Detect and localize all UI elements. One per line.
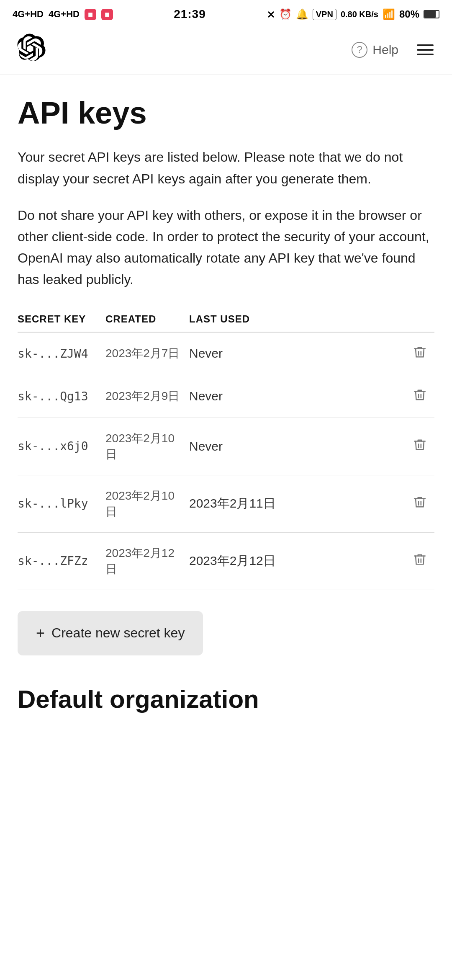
default-org-title: Default organization xyxy=(18,681,434,714)
created-cell: 2023年2月10日 xyxy=(105,418,189,475)
create-button-label: Create new secret key xyxy=(51,625,185,641)
hamburger-line-1 xyxy=(417,44,434,46)
delete-key-button[interactable] xyxy=(413,552,427,568)
table-row: sk-...ZJW42023年2月7日Never xyxy=(18,332,434,375)
page-title: API keys xyxy=(18,96,434,130)
key-cell: sk-...ZFZz xyxy=(18,532,105,590)
last-used-cell: Never xyxy=(189,332,409,375)
nav-bar: ? Help xyxy=(0,25,452,75)
table-row: sk-...Qg132023年2月9日Never xyxy=(18,375,434,418)
status-left: 4G+HD 4G+HD ■ ■ xyxy=(13,9,113,20)
help-label: Help xyxy=(372,43,398,57)
help-circle-icon: ? xyxy=(352,42,367,58)
table-row: sk-...ZFZz2023年2月12日2023年2月12日 xyxy=(18,532,434,590)
action-cell xyxy=(409,532,434,590)
delete-key-button[interactable] xyxy=(413,438,427,453)
table-row: sk-...x6j02023年2月10日Never xyxy=(18,418,434,475)
col-header-created: CREATED xyxy=(105,306,189,332)
table-body: sk-...ZJW42023年2月7日Never sk-...Qg132023年… xyxy=(18,332,434,590)
vpn-badge: VPN xyxy=(313,9,336,20)
speed-indicator: 0.80 KB/s xyxy=(341,10,378,19)
action-cell xyxy=(409,475,434,532)
table-header: SECRET KEY CREATED LAST USED xyxy=(18,306,434,332)
key-cell: sk-...ZJW4 xyxy=(18,332,105,375)
trash-icon xyxy=(413,552,427,567)
status-right: ⨯ ⏰ 🔔 VPN 0.80 KB/s 📶 80% xyxy=(267,8,439,20)
bluetooth-icon: ⨯ xyxy=(267,8,275,20)
created-cell: 2023年2月9日 xyxy=(105,375,189,418)
description-2: Do not share your API key with others, o… xyxy=(18,205,434,291)
key-cell: sk-...Qg13 xyxy=(18,375,105,418)
signal-2: 4G+HD xyxy=(49,9,80,20)
key-cell: sk-...x6j0 xyxy=(18,418,105,475)
status-time: 21:39 xyxy=(174,8,206,21)
status-bar: 4G+HD 4G+HD ■ ■ 21:39 ⨯ ⏰ 🔔 VPN 0.80 KB/… xyxy=(0,0,452,25)
key-cell: sk-...lPky xyxy=(18,475,105,532)
delete-key-button[interactable] xyxy=(413,495,427,511)
hamburger-menu[interactable] xyxy=(415,43,435,57)
col-header-action xyxy=(409,306,434,332)
created-cell: 2023年2月12日 xyxy=(105,532,189,590)
alarm-icon: ⏰ xyxy=(279,8,292,20)
created-cell: 2023年2月7日 xyxy=(105,332,189,375)
battery-level: 80% xyxy=(399,8,419,20)
action-cell xyxy=(409,418,434,475)
last-used-cell: 2023年2月11日 xyxy=(189,475,409,532)
trash-icon xyxy=(413,438,427,452)
plus-icon: + xyxy=(36,624,45,642)
api-keys-table: SECRET KEY CREATED LAST USED sk-...ZJW42… xyxy=(18,306,434,590)
action-cell xyxy=(409,375,434,418)
wifi-icon: 📶 xyxy=(383,8,395,20)
trash-icon xyxy=(413,495,427,509)
delete-key-button[interactable] xyxy=(413,388,427,403)
trash-icon xyxy=(413,345,427,359)
carrier-logo-2: ■ xyxy=(101,9,113,20)
table-row: sk-...lPky2023年2月10日2023年2月11日 xyxy=(18,475,434,532)
last-used-cell: Never xyxy=(189,375,409,418)
help-button[interactable]: ? Help xyxy=(352,42,398,58)
delete-key-button[interactable] xyxy=(413,345,427,361)
description-1: Your secret API keys are listed below. P… xyxy=(18,147,434,189)
nav-right: ? Help xyxy=(352,42,435,58)
create-secret-key-button[interactable]: + Create new secret key xyxy=(18,611,203,655)
action-cell xyxy=(409,332,434,375)
last-used-cell: Never xyxy=(189,418,409,475)
notification-icon: 🔔 xyxy=(296,8,308,20)
signal-1: 4G+HD xyxy=(13,9,44,20)
created-cell: 2023年2月10日 xyxy=(105,475,189,532)
main-content: API keys Your secret API keys are listed… xyxy=(0,75,452,730)
col-header-last-used: LAST USED xyxy=(189,306,409,332)
logo[interactable] xyxy=(17,34,46,66)
col-header-secret-key: SECRET KEY xyxy=(18,306,105,332)
trash-icon xyxy=(413,388,427,402)
last-used-cell: 2023年2月12日 xyxy=(189,532,409,590)
hamburger-line-2 xyxy=(417,49,434,51)
carrier-logo-1: ■ xyxy=(85,9,96,20)
hamburger-line-3 xyxy=(417,54,434,55)
battery-icon xyxy=(424,10,439,18)
